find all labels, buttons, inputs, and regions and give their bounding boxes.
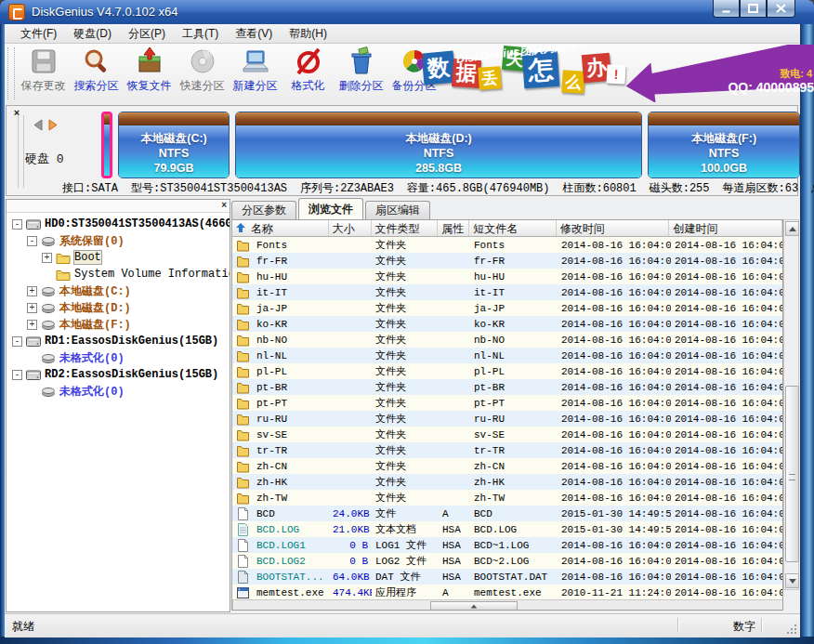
tree-expand-icon[interactable]: - <box>27 236 37 246</box>
cell-type: 应用程序 <box>372 585 439 599</box>
minimize-button[interactable] <box>713 0 740 18</box>
tree-expand-icon[interactable]: - <box>12 336 22 347</box>
toolbar-button-quick-partition[interactable]: 快速分区 <box>176 46 229 100</box>
cell-name: pt-BR <box>253 382 329 393</box>
tree-item-label: 本地磁盘(F:) <box>59 317 131 333</box>
menu-item-5[interactable]: 帮助(H) <box>281 24 335 44</box>
cell-type: 文件夹 <box>372 443 439 457</box>
toolbar-button-new-partition[interactable]: 新建分区 <box>229 46 282 100</box>
table-row[interactable]: zh-CN文件夹zh-CN2014-08-16 16:04:032014-08-… <box>232 458 782 474</box>
tree-expand-icon[interactable]: + <box>27 303 37 313</box>
vertical-scrollbar-thumb[interactable] <box>785 386 799 562</box>
table-row[interactable]: Fonts文件夹Fonts2014-08-16 16:04:032014-08-… <box>232 237 782 253</box>
tree-expand-icon[interactable]: - <box>12 370 22 380</box>
tree-item-5[interactable]: +本地磁盘(D:) <box>7 299 230 316</box>
prev-disk-arrow-icon[interactable] <box>33 119 43 131</box>
tree-item-1[interactable]: -系统保留(0) <box>7 232 230 249</box>
partition-bar-2[interactable]: 本地磁盘(D:)NTFS285.8GB <box>235 112 642 178</box>
partition-bar-3[interactable]: 本地磁盘(F:)NTFS100.0GB <box>648 112 800 178</box>
tab-扇区编辑[interactable]: 扇区编辑 <box>365 201 430 219</box>
menu-item-0[interactable]: 文件(F) <box>12 24 65 44</box>
tree-item-9[interactable]: -RD2:EassosDiskGenius(15GB) <box>7 366 230 383</box>
tree-expand-icon[interactable]: - <box>12 219 22 230</box>
table-row[interactable]: pt-BR文件夹pt-BR2014-08-16 16:04:032014-08-… <box>232 379 782 395</box>
toolbar-button-recover[interactable]: 恢复文件 <box>123 46 176 100</box>
table-row[interactable]: ko-KR文件夹ko-KR2014-08-16 16:04:032014-08-… <box>232 316 782 332</box>
tree-expand-icon[interactable]: + <box>42 253 52 263</box>
menu-item-3[interactable]: 工具(T) <box>174 24 227 44</box>
tree-expand-icon[interactable]: + <box>27 320 37 330</box>
title-bar[interactable]: DiskGenius V4.7.0.102 x64 <box>0 0 814 25</box>
column-header-5[interactable]: 修改时间 <box>557 220 670 236</box>
tree-item-3[interactable]: System Volume Information <box>7 266 230 283</box>
column-header-0[interactable]: 名称 <box>232 220 329 236</box>
column-header-2[interactable]: 文件类型 <box>372 220 439 236</box>
toolbar-button-search[interactable]: 搜索分区 <box>70 46 123 100</box>
next-disk-arrow-icon[interactable] <box>48 119 59 131</box>
table-row[interactable]: sv-SE文件夹sv-SE2014-08-16 16:04:032014-08-… <box>232 427 782 442</box>
tree-item-4[interactable]: +本地磁盘(C:) <box>7 283 230 299</box>
table-row[interactable]: it-IT文件夹it-IT2014-08-16 16:04:032014-08-… <box>232 284 782 300</box>
table-row[interactable]: BCD24.0KB文件ABCD2015-01-30 14:49:542014-0… <box>232 506 782 521</box>
table-row[interactable]: pt-PT文件夹pt-PT2014-08-16 16:04:032014-08-… <box>232 395 782 411</box>
tab-分区参数[interactable]: 分区参数 <box>231 201 296 219</box>
table-row[interactable]: pl-PL文件夹pl-PL2014-08-16 16:04:032014-08-… <box>232 363 782 379</box>
column-header-3[interactable]: 属性 <box>438 220 469 236</box>
table-row[interactable]: BCD.LOG20 BLOG2 文件HSABCD~2.LOG2014-08-16… <box>232 553 782 569</box>
table-row[interactable]: fr-FR文件夹fr-FR2014-08-16 16:04:032014-08-… <box>232 253 782 269</box>
toolbar-grip[interactable] <box>7 47 15 99</box>
tree-panel-close-icon[interactable]: × <box>221 200 227 211</box>
menu-item-4[interactable]: 查看(V) <box>227 24 281 44</box>
horizontal-scrollbar[interactable] <box>232 599 783 611</box>
partition-fs: NTFS <box>709 146 740 161</box>
menu-item-1[interactable]: 硬盘(D) <box>65 24 120 44</box>
scroll-down-button[interactable] <box>785 573 799 588</box>
table-row[interactable]: zh-TW文件夹zh-TW2014-08-16 16:04:032014-08-… <box>232 490 782 506</box>
column-header-1[interactable]: 大小 <box>329 220 372 236</box>
maximize-button[interactable] <box>740 0 767 18</box>
disk-panel-grip[interactable] <box>18 115 24 188</box>
horizontal-scrollbar-thumb[interactable] <box>430 601 518 611</box>
table-row[interactable]: memtest.exe474.4KB应用程序Amemtest.exe2010-1… <box>232 585 782 600</box>
tree-expand-icon[interactable]: + <box>27 286 37 296</box>
cell-short: memtest.exe <box>470 587 558 598</box>
tree-item-6[interactable]: +本地磁盘(F:) <box>7 316 230 333</box>
toolbar-button-save[interactable]: 保存更改 <box>17 46 70 100</box>
partition-bar-selected[interactable] <box>101 112 112 178</box>
disk-panel: × 硬盘 0 本地磁盘(C:)NTFS79.9GB本地磁盘(D:)NTFS285… <box>6 105 798 196</box>
cell-short: nl-NL <box>470 350 558 361</box>
toolbar-button-format[interactable]: 格式化 <box>282 46 335 100</box>
cell-created: 2014-08-16 16:04:03 <box>671 587 782 598</box>
table-row[interactable]: BCD.LOG21.0KB文本文档HSABCD.LOG2015-01-30 14… <box>232 521 782 537</box>
column-header-4[interactable]: 短文件名 <box>469 220 557 236</box>
table-row[interactable]: ru-RU文件夹ru-RU2014-08-16 16:04:032014-08-… <box>232 411 782 427</box>
scroll-up-button[interactable] <box>785 221 799 236</box>
tree-item-10[interactable]: 未格式化(0) <box>7 383 230 400</box>
toolbar-button-delete[interactable]: 删除分区 <box>335 46 387 100</box>
tab-浏览文件[interactable]: 浏览文件 <box>298 198 363 219</box>
vertical-scrollbar[interactable] <box>783 219 799 590</box>
tree-item-0[interactable]: -HD0:ST350041ST3500413AS(466GB) <box>7 216 230 232</box>
tree-item-7[interactable]: -RD1:EassosDiskGenius(15GB) <box>7 333 230 349</box>
resize-grip[interactable] <box>786 624 797 635</box>
tree-item-8[interactable]: 未格式化(0) <box>7 349 230 366</box>
folder-icon <box>232 255 253 268</box>
ad-banner[interactable]: 数据丢失怎么办! DiskGenius团队为您服务 致电: 4 QQ: 4000… <box>423 45 814 102</box>
close-button[interactable] <box>767 0 795 18</box>
menu-item-2[interactable]: 分区(P) <box>120 24 174 44</box>
cell-modified: 2014-08-16 16:04:03 <box>558 382 671 393</box>
cell-name: ru-RU <box>253 414 329 425</box>
cell-short: zh-TW <box>470 493 558 504</box>
table-row[interactable]: nl-NL文件夹nl-NL2014-08-16 16:04:032014-08-… <box>232 348 782 363</box>
table-row[interactable]: BCD.LOG10 BLOG1 文件HSABCD~1.LOG2014-08-16… <box>232 537 782 553</box>
column-header-6[interactable]: 创建时间 <box>669 220 782 236</box>
table-row[interactable]: tr-TR文件夹tr-TR2014-08-16 16:04:032014-08-… <box>232 442 782 458</box>
table-row[interactable]: zh-HK文件夹zh-HK2014-08-16 16:04:032014-08-… <box>232 474 782 490</box>
table-row[interactable]: nb-NO文件夹nb-NO2014-08-16 16:04:032014-08-… <box>232 332 782 348</box>
table-row[interactable]: BOOTSTAT...64.0KBDAT 文件HSABOOTSTAT.DAT20… <box>232 569 782 585</box>
partition-bar-1[interactable]: 本地磁盘(C:)NTFS79.9GB <box>118 112 230 178</box>
table-row[interactable]: hu-HU文件夹hu-HU2014-08-16 16:04:032014-08-… <box>232 269 782 284</box>
tree-item-2[interactable]: +Boot <box>7 249 230 266</box>
table-row[interactable]: ja-JP文件夹ja-JP2014-08-16 16:04:032014-08-… <box>232 300 782 316</box>
cell-created: 2014-08-16 16:04:03 <box>671 256 782 267</box>
